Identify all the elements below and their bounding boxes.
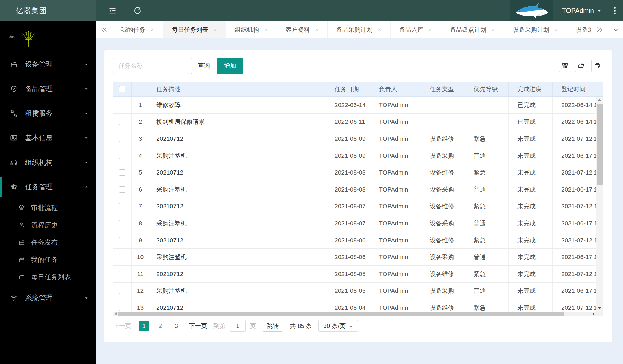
task-name-input[interactable]: [113, 58, 188, 74]
scroll-right-icon[interactable]: [591, 312, 596, 316]
task-type: 设备维修: [421, 198, 465, 215]
sidebar-item-task-management[interactable]: 任务管理: [0, 175, 96, 199]
vertical-scrollbar-thumb[interactable]: [597, 104, 603, 185]
tab-close-icon[interactable]: [213, 28, 217, 32]
task-priority: 紧急: [465, 164, 509, 181]
tab-spare-purchase-plan[interactable]: 备品采购计划: [328, 21, 391, 38]
row-checkbox[interactable]: [119, 119, 125, 125]
row-checkbox[interactable]: [119, 169, 125, 176]
sidebar-item-daily-task-list[interactable]: 每日任务列表: [0, 268, 96, 286]
task-type: 设备维修: [421, 130, 465, 147]
horizontal-scrollbar-thumb[interactable]: [118, 312, 564, 316]
tab-label: 组织机构: [235, 26, 259, 34]
tab-device-purchase-plan[interactable]: 设备采购计划: [504, 21, 567, 38]
sidebar-item-rental-service[interactable]: 租赁服务: [0, 101, 96, 125]
task-date: 2021-08-08: [326, 164, 370, 181]
page-size-select[interactable]: 30 条/页: [318, 320, 358, 332]
tabs-scroll-left-icon[interactable]: [96, 21, 112, 38]
sidebar-item-caret-icon: [84, 184, 89, 189]
tab-close-icon[interactable]: [315, 28, 319, 32]
task-owner: TOPAdmin: [370, 299, 421, 312]
sidebar-item-task-publish[interactable]: 任务发布: [0, 234, 96, 251]
task-date: 2021-08-05: [326, 283, 370, 299]
tab-close-icon[interactable]: [428, 28, 432, 32]
refresh-icon[interactable]: [133, 6, 142, 15]
row-checkbox[interactable]: [119, 237, 125, 243]
row-checkbox[interactable]: [119, 305, 125, 311]
tab-close-icon[interactable]: [378, 28, 382, 32]
tab-close-icon[interactable]: [554, 28, 558, 32]
page-number-button[interactable]: 3: [171, 321, 181, 331]
sidebar-item-organization[interactable]: 组织机构: [0, 150, 96, 175]
sidebar-item-label: 每日任务列表: [31, 273, 71, 282]
tab-my-tasks[interactable]: 我的任务: [112, 21, 163, 38]
tab-close-icon[interactable]: [150, 28, 154, 32]
task-priority: 紧急: [465, 232, 509, 249]
tab-spare-inbound[interactable]: 备品入库: [391, 21, 441, 38]
sidebar-item-flow-history[interactable]: 流程历史: [0, 216, 96, 234]
tab-label: 我的任务: [121, 26, 145, 34]
vertical-scrollbar[interactable]: [596, 97, 603, 312]
sidebar-item-my-tasks[interactable]: 我的任务: [0, 251, 96, 268]
row-checkbox[interactable]: [119, 102, 125, 108]
sidebar-item-caret-icon: [84, 295, 89, 301]
top-bar: 亿器集团 TOPAdmin: [0, 0, 623, 21]
sidebar-item-system-management[interactable]: 系统管理: [0, 286, 96, 310]
kebab-menu-icon[interactable]: [614, 7, 616, 14]
tabs-scroll-right-icon[interactable]: [591, 21, 608, 38]
collapse-sidebar-icon[interactable]: [108, 6, 117, 15]
row-checkbox[interactable]: [119, 288, 125, 294]
select-all-checkbox[interactable]: [119, 86, 125, 92]
task-desc: 采购注塑机: [149, 283, 326, 299]
goto-page-input[interactable]: [230, 320, 246, 332]
tab-organization[interactable]: 组织机构: [226, 21, 277, 38]
page-number-button[interactable]: 2: [155, 321, 165, 331]
page-number-button[interactable]: 1: [139, 321, 149, 331]
task-type: 设备维修: [421, 266, 465, 282]
export-icon[interactable]: [575, 60, 587, 72]
user-menu[interactable]: TOPAdmin: [562, 7, 602, 15]
sidebar-item-icon: [18, 204, 25, 211]
column-task-type: 任务类型: [421, 82, 465, 96]
tabs-dropdown-icon[interactable]: [608, 21, 623, 38]
tab-device-purchase-request[interactable]: 设备采购申请: [567, 21, 591, 38]
add-button[interactable]: 增加: [217, 58, 243, 74]
scroll-up-icon[interactable]: [596, 97, 603, 103]
row-checkbox[interactable]: [119, 186, 125, 193]
query-button[interactable]: 查询: [191, 58, 217, 74]
sidebar-item-approval-flow[interactable]: 审批流程: [0, 199, 96, 216]
sidebar-item-icon: [18, 256, 25, 263]
tab-close-icon[interactable]: [264, 28, 268, 32]
row-checkbox[interactable]: [119, 271, 125, 277]
sidebar-item-device-management[interactable]: 设备管理: [0, 52, 96, 76]
task-priority: 紧急: [465, 266, 509, 282]
table-row: 7 20210712 2021-08-07 TOPAdmin 设备维修 紧急 未…: [113, 198, 603, 215]
row-checkbox[interactable]: [119, 220, 125, 226]
scroll-left-icon[interactable]: [113, 312, 118, 316]
task-date: 2022-06-11: [326, 114, 370, 130]
task-date: 2021-08-09: [326, 130, 370, 147]
prev-page-button[interactable]: 上一页: [113, 322, 131, 330]
sidebar-item-spare-management[interactable]: 备品管理: [0, 76, 96, 101]
chevron-down-icon: [349, 324, 353, 328]
horizontal-scrollbar[interactable]: [113, 312, 603, 316]
tab-close-icon[interactable]: [491, 28, 495, 32]
scroll-down-icon[interactable]: [596, 305, 603, 311]
tab-daily-task-list[interactable]: 每日任务列表: [163, 21, 226, 38]
row-checkbox[interactable]: [119, 203, 125, 209]
next-page-button[interactable]: 下一页: [189, 322, 207, 330]
row-checkbox[interactable]: [119, 136, 125, 142]
print-icon[interactable]: [591, 60, 603, 72]
row-index: 6: [132, 181, 149, 198]
jump-button[interactable]: 跳转: [263, 320, 282, 332]
row-checkbox[interactable]: [119, 254, 125, 260]
row-checkbox[interactable]: [119, 153, 125, 159]
task-owner: TOPAdmin: [370, 249, 421, 265]
tabs-strip: 我的任务 每日任务列表: [112, 21, 591, 38]
columns-icon[interactable]: [559, 60, 571, 72]
task-desc: 20210712: [149, 266, 326, 282]
tab-customer-data[interactable]: 客户资料: [277, 21, 328, 38]
sidebar-item-icon: [10, 85, 18, 93]
tab-spare-stocktake-plan[interactable]: 备品盘点计划: [441, 21, 504, 38]
sidebar-item-basic-info[interactable]: 基本信息: [0, 125, 96, 150]
